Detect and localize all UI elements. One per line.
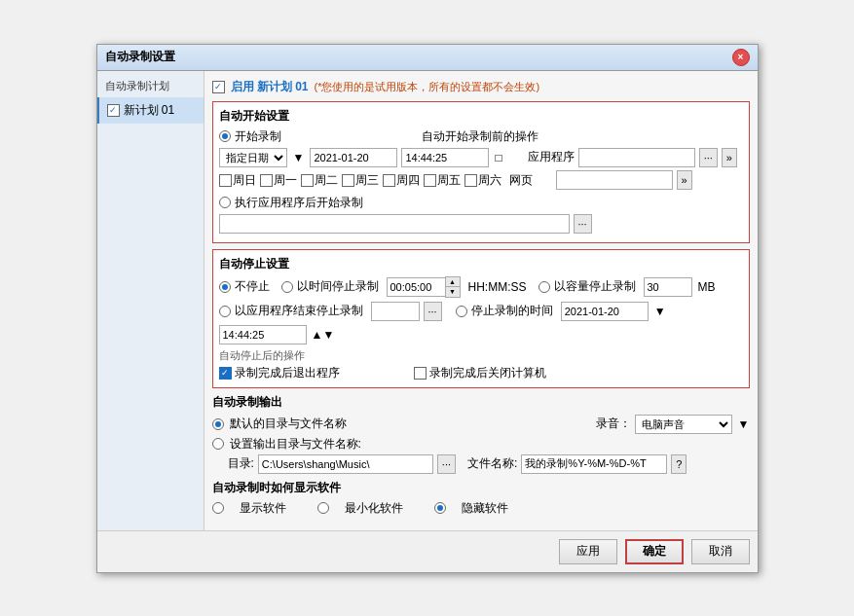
enable-checkbox[interactable]	[212, 81, 225, 93]
stop-row2: 以应用程序结束停止录制 ··· 停止录制的时间 ▼ ▲▼	[219, 302, 743, 344]
footer: 应用 确定 取消	[97, 530, 758, 572]
start-row3: 周日 周一 周二 周三	[219, 170, 743, 191]
size-stop-input[interactable]	[644, 277, 692, 297]
auto-output-section: 自动录制输出 默认的目录与文件名称 录音： 电脑声音 麦克风 无 ▼	[212, 394, 750, 474]
app-arrow-btn[interactable]: »	[722, 148, 737, 167]
title-bar: 自动录制设置 ×	[97, 45, 758, 71]
enable-row: 启用 新计划 01 (*您使用的是试用版本，所有的设置都不会生效)	[212, 79, 750, 95]
web-label: 网页	[509, 172, 533, 189]
date-type-select[interactable]: 指定日期	[219, 148, 287, 167]
web-input[interactable]	[556, 170, 673, 190]
time-stop-spinbox: ▲ ▼	[387, 276, 461, 298]
size-unit-label: MB	[698, 280, 716, 294]
audio-select[interactable]: 电脑声音 麦克风 无	[635, 415, 732, 434]
dir-input[interactable]	[258, 454, 433, 474]
display-title: 自动录制时如何显示软件	[212, 480, 750, 496]
radio-time-stop[interactable]	[281, 281, 293, 293]
stop-actions: 自动停止后的操作 ✓ 录制完成后退出程序 录制完成后关闭计算机	[219, 348, 743, 381]
week-sun-cb[interactable]	[219, 174, 232, 187]
shutdown-row: 录制完成后关闭计算机	[414, 365, 546, 381]
output-row1: 默认的目录与文件名称 录音： 电脑声音 麦克风 无 ▼	[212, 415, 750, 434]
sidebar-section-label: 自动录制计划	[97, 75, 204, 97]
time-stop2-label: 停止录制的时间	[471, 303, 553, 319]
no-stop-label: 不停止	[235, 278, 270, 295]
week-fri-cb[interactable]	[424, 174, 436, 187]
shutdown-checkbox[interactable]	[414, 367, 427, 380]
radio-size-stop[interactable]	[538, 281, 550, 293]
after-app-input[interactable]	[219, 214, 570, 234]
default-output-label: 默认的目录与文件名称	[230, 416, 347, 432]
radio-custom-output[interactable]	[212, 438, 224, 450]
start-row5: ···	[219, 214, 743, 234]
radio-start-recording[interactable]	[219, 130, 231, 142]
cancel-button[interactable]: 取消	[691, 539, 750, 564]
close-button[interactable]: ×	[732, 49, 750, 66]
trial-notice: (*您使用的是试用版本，所有的设置都不会生效)	[315, 80, 540, 94]
radio-after-app[interactable]	[219, 197, 231, 208]
week-mon-cb[interactable]	[260, 174, 273, 187]
week-sun: 周日	[219, 172, 256, 189]
shutdown-label: 录制完成后关闭计算机	[429, 365, 546, 381]
radio-time-stop2[interactable]	[456, 306, 467, 317]
radio-no-stop[interactable]	[219, 281, 231, 293]
time-spin-down[interactable]: ▼	[446, 287, 460, 297]
app-input[interactable]	[578, 148, 695, 167]
dir-dots-btn[interactable]: ···	[437, 454, 456, 474]
filename-input[interactable]	[521, 454, 667, 474]
radio-default-output[interactable]	[212, 418, 224, 430]
week-thu: 周四	[383, 172, 420, 189]
time-stop-label: 以时间停止录制	[297, 278, 379, 295]
time-stop-input[interactable]	[387, 277, 445, 297]
output-title: 自动录制输出	[212, 394, 750, 411]
app-stop-label: 以应用程序结束停止录制	[235, 303, 363, 319]
sidebar-item-plan[interactable]: 新计划 01	[97, 97, 204, 124]
radio-show-software[interactable]	[212, 502, 224, 514]
show-label: 显示软件	[240, 500, 286, 517]
time-input[interactable]	[401, 148, 489, 167]
sidebar: 自动录制计划 新计划 01	[97, 71, 204, 530]
exit-row: ✓ 录制完成后退出程序	[219, 365, 340, 381]
stop-time-input[interactable]	[219, 325, 307, 344]
output-detail-row: 目录: ··· 文件名称: ?	[228, 454, 750, 474]
week-mon-label: 周一	[274, 172, 297, 189]
week-row: 周日 周一 周二 周三	[219, 172, 501, 189]
week-mon: 周一	[260, 172, 297, 189]
dialog-body: 自动录制计划 新计划 01 启用 新计划 01 (*您使用的是试用版本，所有的设…	[97, 71, 758, 530]
start-label: 开始录制	[235, 128, 281, 145]
time-format-label: HH:MM:SS	[468, 280, 527, 294]
date-input[interactable]	[310, 148, 397, 167]
sidebar-plan-checkbox[interactable]	[107, 104, 120, 117]
app-stop-dots-btn[interactable]: ···	[424, 302, 442, 321]
hide-label: 隐藏软件	[462, 500, 508, 517]
week-thu-cb[interactable]	[383, 174, 395, 187]
question-btn[interactable]: ?	[671, 454, 687, 474]
week-tue-label: 周二	[315, 172, 338, 189]
week-wed-cb[interactable]	[342, 174, 354, 187]
sidebar-item-label: 新计划 01	[124, 102, 175, 119]
apply-button[interactable]: 应用	[559, 539, 617, 564]
auto-stop-title: 自动停止设置	[219, 256, 743, 272]
week-tue-cb[interactable]	[301, 174, 314, 187]
stop-date-input[interactable]	[561, 302, 649, 321]
time-spin-up[interactable]: ▲	[446, 277, 460, 287]
minimize-label: 最小化软件	[345, 500, 403, 517]
filename-label: 文件名称:	[467, 455, 517, 472]
start-row4: 执行应用程序后开始录制	[219, 195, 743, 211]
ok-button[interactable]: 确定	[625, 539, 684, 564]
week-fri-label: 周五	[437, 172, 461, 189]
enable-label: 启用 新计划 01	[231, 79, 309, 95]
time-spinbox-arrows: ▲ ▼	[445, 276, 461, 298]
app-dots-btn[interactable]: ···	[699, 148, 718, 167]
radio-minimize-software[interactable]	[317, 502, 329, 514]
week-sun-label: 周日	[233, 172, 256, 189]
week-sat: 周六	[464, 172, 501, 189]
web-arrow-btn[interactable]: »	[677, 170, 692, 190]
stop-actions-row: ✓ 录制完成后退出程序 录制完成后关闭计算机	[219, 365, 743, 381]
week-sat-cb[interactable]	[464, 174, 477, 187]
app-stop-input[interactable]	[371, 302, 420, 321]
week-tue: 周二	[301, 172, 338, 189]
after-app-dots-btn[interactable]: ···	[574, 214, 592, 234]
exit-checkbox[interactable]: ✓	[219, 367, 232, 380]
radio-app-stop[interactable]	[219, 306, 231, 317]
radio-hide-software[interactable]	[434, 502, 446, 514]
